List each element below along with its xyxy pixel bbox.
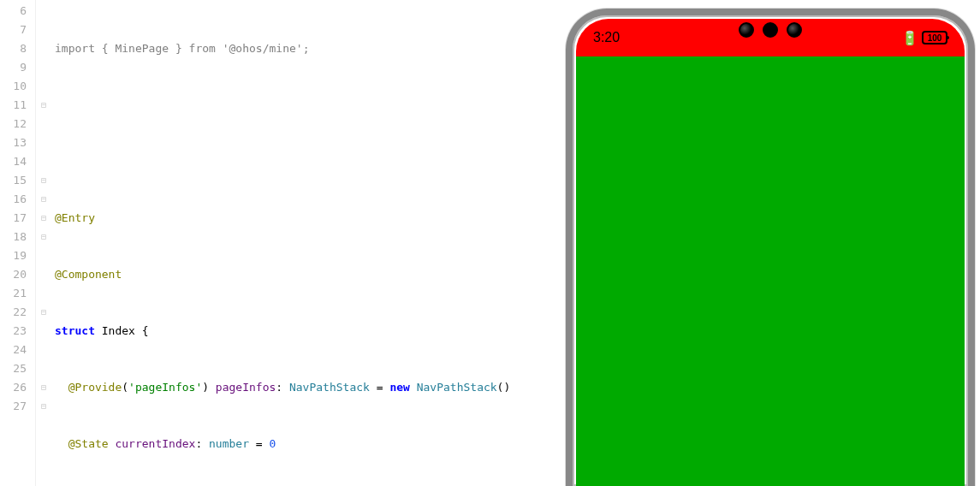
code-line[interactable]: @State currentIndex: number = 0 [51, 435, 566, 453]
status-time: 3:20 [593, 30, 620, 45]
app-content [576, 56, 965, 486]
fold-icon[interactable]: ⊟ [36, 171, 51, 190]
fold-gutter: ⊟ ⊟ ⊟ ⊟ ⊟ ⊟ ⊟ ⊟ [36, 0, 51, 486]
code-line[interactable] [51, 152, 566, 171]
charging-icon: 🔋 [901, 30, 918, 46]
camera-icon [739, 22, 754, 38]
line-number: 13 [0, 133, 27, 152]
line-number: 11 [0, 96, 27, 115]
code-line[interactable]: @Entry [51, 209, 566, 228]
sensor-icon [763, 22, 778, 38]
camera-icon [787, 22, 802, 38]
line-number: 17 [0, 209, 27, 228]
line-number: 25 [0, 359, 27, 378]
line-number: 19 [0, 246, 27, 265]
line-number: 26 [0, 378, 27, 397]
battery-indicator: 100 [922, 31, 947, 44]
line-number-gutter: 6 7 8 9 10 11 12 13 14 15 16 17 18 19 20… [0, 0, 36, 486]
line-number: 10 [0, 77, 27, 96]
line-number: 24 [0, 341, 27, 359]
code-line[interactable]: struct Index { [51, 322, 566, 341]
fold-close-icon[interactable]: ⊟ [36, 397, 51, 416]
line-number: 22 [0, 303, 27, 322]
fold-icon[interactable]: ⊟ [36, 190, 51, 209]
line-number: 18 [0, 228, 27, 246]
phone-screen: 3:20 🔋 100 [576, 19, 965, 486]
fold-icon[interactable]: ⊟ [36, 96, 51, 115]
line-number: 7 [0, 21, 27, 39]
line-number: 20 [0, 265, 27, 284]
line-number: 23 [0, 322, 27, 341]
phone-notch [739, 22, 802, 38]
line-number: 14 [0, 152, 27, 171]
line-number: 9 [0, 58, 27, 77]
code-line[interactable] [51, 96, 566, 115]
line-number: 12 [0, 115, 27, 133]
fold-close-icon[interactable]: ⊟ [36, 378, 51, 397]
fold-icon[interactable]: ⊟ [36, 209, 51, 228]
line-number: 8 [0, 39, 27, 58]
fold-close-icon[interactable]: ⊟ [36, 228, 51, 246]
code-line[interactable]: @Provide('pageInfos') pageInfos: NavPath… [51, 378, 566, 397]
line-number: 16 [0, 190, 27, 209]
line-number: 27 [0, 397, 27, 416]
line-number: 15 [0, 171, 27, 190]
line-number: 21 [0, 284, 27, 303]
code-area[interactable]: import { MinePage } from '@ohos/mine'; @… [51, 0, 566, 486]
device-preview: 3:20 🔋 100 [566, 9, 975, 486]
code-line[interactable]: import { MinePage } from '@ohos/mine'; [51, 39, 566, 58]
fold-close-icon[interactable]: ⊟ [36, 303, 51, 322]
line-number: 6 [0, 2, 27, 21]
code-editor[interactable]: 6 7 8 9 10 11 12 13 14 15 16 17 18 19 20… [0, 0, 566, 486]
code-line[interactable]: @Component [51, 265, 566, 284]
